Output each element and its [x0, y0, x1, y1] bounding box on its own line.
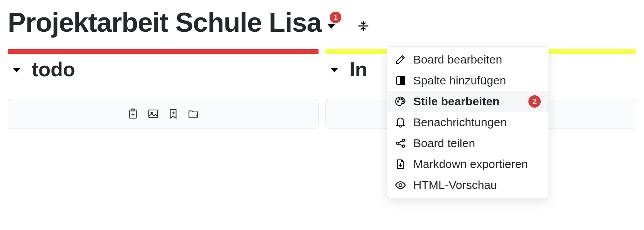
svg-point-18	[396, 142, 399, 144]
chevron-down-icon[interactable]	[13, 68, 20, 72]
svg-point-15	[399, 99, 400, 100]
board-header: Projektarbeit Schule Lisa 1	[0, 0, 644, 38]
share-icon	[395, 137, 406, 149]
menu-item-export-markdown[interactable]: Markdown exportieren	[387, 154, 549, 175]
column-todo: todo	[8, 49, 319, 129]
menu-item-edit-board[interactable]: Board bearbeiten	[387, 49, 549, 70]
column-header: todo	[8, 54, 319, 85]
column-title: todo	[32, 58, 75, 81]
menu-item-label: Spalte hinzufügen	[413, 74, 506, 87]
bell-icon	[395, 117, 406, 128]
pencil-icon	[395, 54, 406, 65]
svg-point-24	[399, 184, 402, 187]
board-menu-trigger[interactable]: 1	[327, 22, 335, 29]
eye-icon	[395, 179, 406, 191]
column-color-bar	[8, 49, 319, 54]
menu-item-edit-styles[interactable]: Stile bearbeiten 2	[387, 91, 549, 112]
svg-rect-5	[149, 110, 158, 118]
svg-point-16	[401, 99, 402, 100]
file-down-icon	[395, 158, 406, 170]
menu-item-label: Benachrichtungen	[413, 116, 507, 129]
add-card-placeholder[interactable]	[8, 99, 319, 129]
image-icon	[147, 108, 159, 120]
menu-item-notifications[interactable]: Benachrichtungen	[387, 112, 549, 133]
svg-line-22	[399, 144, 402, 146]
svg-point-14	[397, 101, 399, 102]
collapse-vertical-icon	[357, 19, 370, 33]
menu-item-html-preview[interactable]: HTML-Vorschau	[387, 175, 549, 196]
svg-line-21	[399, 141, 402, 143]
menu-item-label: HTML-Vorschau	[413, 179, 497, 192]
menu-item-share-board[interactable]: Board teilen	[387, 133, 549, 154]
chevron-down-icon	[327, 24, 335, 29]
svg-point-19	[402, 139, 404, 141]
column-icon	[395, 75, 406, 86]
svg-point-20	[402, 145, 404, 147]
menu-item-label: Board teilen	[413, 137, 475, 150]
menu-item-badge: 2	[528, 95, 541, 108]
collapse-vertical-button[interactable]	[357, 19, 370, 34]
menu-item-label: Board bearbeiten	[413, 53, 502, 66]
svg-rect-13	[400, 77, 404, 84]
clipboard-plus-icon	[127, 108, 139, 120]
menu-item-label: Stile bearbeiten	[413, 95, 499, 108]
menu-item-label: Markdown exportieren	[413, 158, 528, 171]
board-menu-badge: 1	[330, 12, 341, 23]
menu-item-add-column[interactable]: Spalte hinzufügen	[387, 70, 549, 91]
bookmark-plus-icon	[167, 108, 179, 120]
column-title: In	[349, 58, 367, 81]
board-dropdown-menu: Board bearbeiten Spalte hinzufügen Stile…	[387, 46, 549, 198]
folder-plus-icon	[187, 108, 199, 120]
board-title: Projektarbeit Schule Lisa	[8, 8, 321, 38]
chevron-down-icon[interactable]	[331, 68, 338, 72]
svg-point-17	[402, 101, 404, 102]
palette-icon	[395, 96, 406, 107]
